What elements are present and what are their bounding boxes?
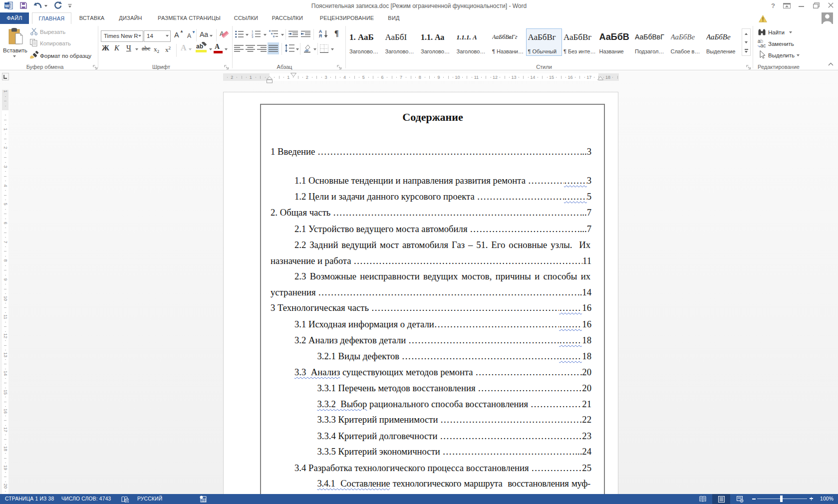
svg-text:3: 3 — [252, 35, 254, 38]
